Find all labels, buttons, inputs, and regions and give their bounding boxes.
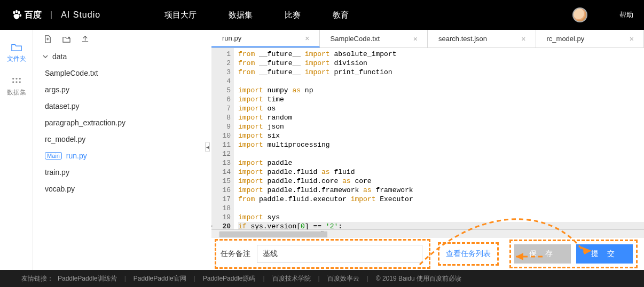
avatar[interactable] xyxy=(572,7,587,22)
svg-point-5 xyxy=(15,78,17,79)
logo: 百度 | AI Studio xyxy=(11,9,100,21)
folder-label: data xyxy=(52,52,67,61)
tree-file[interactable]: args.py xyxy=(33,81,204,98)
tree-file[interactable]: rc_model.py xyxy=(33,131,204,147)
tab-bar: run.py× SampleCode.txt× search.test.json… xyxy=(211,30,644,48)
editor-column: run.py× SampleCode.txt× search.test.json… xyxy=(211,30,644,270)
task-label: 任务备注 xyxy=(221,249,250,259)
footer-link[interactable]: PaddlePaddle源码 xyxy=(203,274,256,283)
submit-button[interactable]: 提 交 xyxy=(576,244,633,264)
save-button[interactable]: 保 存 xyxy=(514,244,571,264)
tree-file[interactable]: dataset.py xyxy=(33,98,204,114)
tree-file-main[interactable]: Main run.py xyxy=(33,147,204,164)
brand-cn: 百度 xyxy=(25,10,42,21)
left-rail: 文件夹 数据集 xyxy=(0,30,33,270)
close-icon[interactable]: × xyxy=(630,35,634,43)
main-badge: Main xyxy=(45,152,62,160)
footer-copyright: © 2019 Baidu 使用百度前必读 xyxy=(376,274,461,283)
footer-label: 友情链接： xyxy=(21,274,53,283)
tab-samplecode[interactable]: SampleCode.txt× xyxy=(320,30,428,47)
tree-file[interactable]: SampleCode.txt xyxy=(33,65,204,81)
main-file-label: run.py xyxy=(66,152,87,160)
code-editor[interactable]: 123456789101112131415161718192021222324 … xyxy=(211,48,644,229)
rail-files[interactable]: 文件夹 xyxy=(7,43,26,63)
grid-icon xyxy=(11,76,22,86)
svg-point-9 xyxy=(19,81,20,83)
tree-file[interactable]: train.py xyxy=(33,164,204,180)
footer-link[interactable]: 百度效率云 xyxy=(327,274,359,283)
logo-separator: | xyxy=(50,10,52,20)
paw-icon xyxy=(11,9,22,21)
page-footer: 友情链接： PaddlePaddle训练营| PaddlePaddle官网| P… xyxy=(0,270,644,287)
tab-searchjson[interactable]: search.test.json× xyxy=(428,30,536,47)
chevron-down-icon xyxy=(43,54,48,59)
close-icon[interactable]: × xyxy=(413,35,418,43)
sidebar-toolbar xyxy=(33,30,204,48)
footer-link[interactable]: PaddlePaddle训练营 xyxy=(58,274,117,283)
svg-point-1 xyxy=(15,10,18,13)
view-tasks-link[interactable]: 查看任务列表 xyxy=(446,249,491,258)
footer-link[interactable]: 百度技术学院 xyxy=(272,274,311,283)
svg-point-6 xyxy=(19,78,20,79)
brand-ai: AI Studio xyxy=(61,10,100,20)
horizontal-scrollbar[interactable] xyxy=(211,229,644,238)
tree-file[interactable]: vocab.py xyxy=(33,180,204,197)
close-icon[interactable]: × xyxy=(305,34,309,43)
svg-point-3 xyxy=(20,14,22,17)
line-gutter: 123456789101112131415161718192021222324 xyxy=(211,48,234,229)
top-bar: 百度 | AI Studio 项目大厅 数据集 比赛 教育 帮助 xyxy=(0,0,644,30)
new-file-icon[interactable] xyxy=(44,35,52,43)
main: 文件夹 数据集 data SampleCode.txt args.py data… xyxy=(0,30,644,270)
submit-block: 保 存 提 交 xyxy=(509,240,638,268)
code-content[interactable]: from __future__ import absolute_importfr… xyxy=(234,48,644,229)
rail-datasets-label: 数据集 xyxy=(7,88,26,97)
task-note-block: 任务备注 xyxy=(215,239,430,269)
svg-point-0 xyxy=(13,11,15,14)
task-footer: 任务备注 查看任务列表 保 存 提 交 xyxy=(211,238,644,270)
tab-runpy[interactable]: run.py× xyxy=(211,30,320,47)
task-note-input[interactable] xyxy=(257,245,422,263)
svg-point-2 xyxy=(18,11,20,14)
file-sidebar: data SampleCode.txt args.py dataset.py p… xyxy=(33,30,204,270)
file-tree: data SampleCode.txt args.py dataset.py p… xyxy=(33,48,204,270)
view-tasks-block: 查看任务列表 xyxy=(438,242,499,266)
nav-edu[interactable]: 教育 xyxy=(333,10,349,20)
rail-datasets[interactable]: 数据集 xyxy=(7,76,26,97)
folder-icon xyxy=(11,43,22,52)
top-right: 帮助 xyxy=(572,7,633,22)
baidu-logo: 百度 xyxy=(11,9,42,21)
nav-datasets[interactable]: 数据集 xyxy=(229,10,253,20)
svg-point-4 xyxy=(12,78,14,79)
new-folder-icon[interactable] xyxy=(62,35,70,43)
footer-link[interactable]: PaddlePaddle官网 xyxy=(133,274,186,283)
close-icon[interactable]: × xyxy=(521,35,525,43)
tree-folder-data[interactable]: data xyxy=(33,48,204,65)
nav-projects[interactable]: 项目大厅 xyxy=(164,10,197,20)
nav-help[interactable]: 帮助 xyxy=(619,10,633,20)
svg-point-7 xyxy=(12,81,14,83)
upload-icon[interactable] xyxy=(81,35,89,43)
svg-point-8 xyxy=(15,81,17,83)
tab-rcmodel[interactable]: rc_model.py× xyxy=(536,30,645,47)
tree-file[interactable]: paragraph_extraction.py xyxy=(33,114,204,131)
rail-files-label: 文件夹 xyxy=(7,54,26,63)
top-nav: 项目大厅 数据集 比赛 教育 xyxy=(164,10,349,20)
nav-compete[interactable]: 比赛 xyxy=(285,10,301,20)
collapse-handle[interactable] xyxy=(204,30,211,270)
